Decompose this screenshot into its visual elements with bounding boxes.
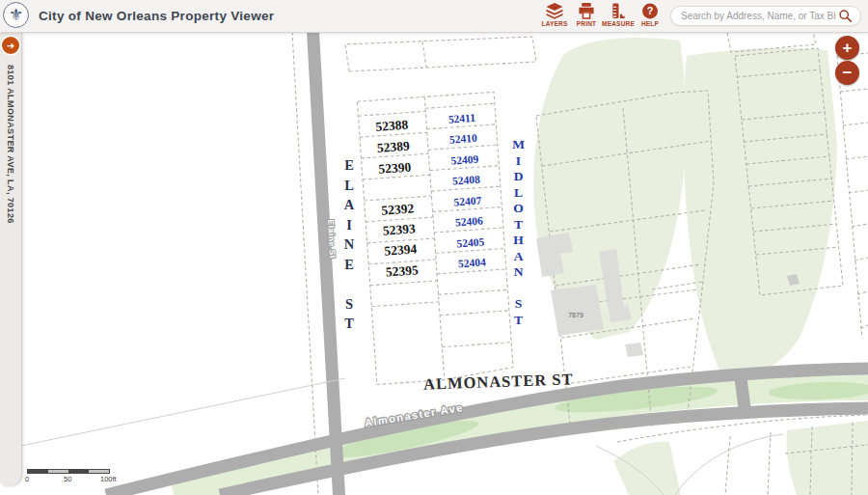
toolbar: LAYERS PRINT MEASURE bbox=[540, 3, 665, 27]
parcel-label-blue: 52405 bbox=[456, 235, 485, 249]
road-crossover bbox=[741, 378, 746, 415]
zoom-in-button[interactable]: + bbox=[835, 36, 859, 60]
elaine-st-vertical-label: ELAINE ST bbox=[340, 157, 357, 336]
road-elaine bbox=[307, 32, 345, 495]
parcel-label-blue: 52411 bbox=[448, 112, 475, 125]
zoom-out-button[interactable]: − bbox=[835, 61, 859, 85]
sidebar-expand-button[interactable]: ➜ bbox=[2, 37, 19, 54]
elaine-st-road-label: Elaine St bbox=[326, 219, 338, 259]
scale-bar: 0 50 100ft bbox=[27, 469, 123, 474]
new-orleans-logo: ⚜ bbox=[3, 2, 29, 28]
scale-bar-segments bbox=[27, 469, 110, 474]
parcel-label-blue: 52410 bbox=[449, 132, 478, 146]
help-button[interactable]: ? HELP bbox=[636, 3, 665, 27]
tool-label: LAYERS bbox=[542, 20, 568, 27]
parcel-label: 52393 bbox=[382, 221, 416, 237]
parcel-label-blue: 52409 bbox=[450, 153, 479, 167]
parcel-label: 52388 bbox=[375, 118, 409, 134]
layers-icon bbox=[545, 3, 564, 19]
scale-tick: 50 bbox=[64, 475, 71, 483]
sidebar-address-label: 8101 ALMONASTER AVE, LA, 70126 bbox=[6, 65, 15, 224]
scale-tick: 0 bbox=[25, 475, 29, 483]
results-sidebar-collapsed: ➜ 8101 ALMONASTER AVE, LA, 70126 bbox=[0, 32, 22, 485]
midlothan-st-vertical-label: MIDLOTHAN ST bbox=[510, 137, 526, 328]
search-input[interactable] bbox=[679, 10, 838, 22]
fleur-de-lis-icon: ⚜ bbox=[9, 5, 23, 25]
parcel-label: 52390 bbox=[378, 160, 412, 177]
property-viewer-app: 52388 52389 52390 52392 52393 52394 5239… bbox=[0, 0, 868, 495]
scale-tick: 100ft bbox=[100, 475, 117, 483]
svg-text:?: ? bbox=[647, 5, 654, 16]
print-button[interactable]: PRINT bbox=[572, 3, 601, 27]
parcel-block-main bbox=[357, 92, 513, 384]
parcel-label: 52395 bbox=[385, 262, 419, 279]
parcel-label-blue: 52407 bbox=[453, 194, 482, 207]
almonaster-st-label: ALMONASTER ST bbox=[423, 370, 574, 393]
print-icon bbox=[577, 3, 596, 19]
tool-label: PRINT bbox=[577, 20, 597, 27]
tool-label: HELP bbox=[641, 20, 659, 27]
parcel-label-blue: 52408 bbox=[452, 174, 481, 187]
parcel-label-blue: 52406 bbox=[455, 214, 484, 228]
help-icon: ? bbox=[641, 3, 659, 19]
parcel-label: 52394 bbox=[384, 241, 418, 258]
measure-icon bbox=[609, 3, 628, 19]
building-number-label: 7879 bbox=[568, 312, 583, 318]
block-boundary-line bbox=[21, 378, 345, 446]
layers-button[interactable]: LAYERS bbox=[540, 3, 569, 27]
arrow-right-icon: ➜ bbox=[7, 41, 14, 51]
tool-label: MEASURE bbox=[602, 20, 635, 27]
parcel-label-blue: 52404 bbox=[458, 256, 487, 269]
app-title: City of New Orleans Property Viewer bbox=[39, 9, 274, 23]
map-canvas[interactable]: 52388 52389 52390 52392 52393 52394 5239… bbox=[0, 0, 868, 495]
measure-button[interactable]: MEASURE bbox=[604, 3, 633, 27]
parcel-label: 52392 bbox=[381, 201, 415, 217]
search-box bbox=[670, 6, 861, 26]
app-header: ⚜ City of New Orleans Property Viewer LA… bbox=[0, 0, 868, 33]
parcel-label: 52389 bbox=[376, 139, 410, 155]
search-icon[interactable] bbox=[838, 9, 853, 23]
